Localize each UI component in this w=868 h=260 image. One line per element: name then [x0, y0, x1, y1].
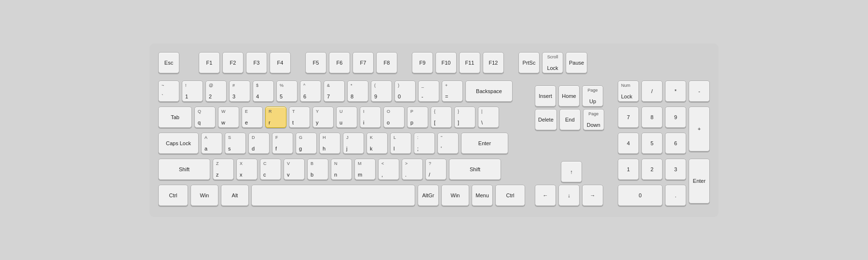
key-k[interactable]: K k — [366, 133, 388, 154]
key-f5[interactable]: F5 — [305, 52, 326, 73]
key-j[interactable]: J j — [343, 133, 364, 154]
key-end[interactable]: End — [559, 109, 581, 130]
key-p[interactable]: P p — [407, 107, 428, 128]
key-scrolllock[interactable]: Scroll Lock — [542, 52, 563, 73]
key-o[interactable]: O o — [383, 107, 405, 128]
key-r[interactable]: R r — [265, 107, 286, 128]
key-num-plus[interactable]: + — [689, 107, 710, 151]
key-num-minus[interactable]: - — [689, 81, 710, 102]
key-rbracket[interactable]: } ] — [454, 107, 475, 128]
key-8[interactable]: * 8 — [347, 81, 368, 102]
key-backspace[interactable]: Backspace — [465, 81, 513, 102]
key-num2[interactable]: 2 — [641, 159, 663, 180]
key-ctrl-right[interactable]: Ctrl — [495, 185, 525, 206]
key-f6[interactable]: F6 — [329, 52, 350, 73]
key-shift-left[interactable]: Shift — [158, 159, 210, 180]
key-f1[interactable]: F1 — [199, 52, 220, 73]
key-f4[interactable]: F4 — [270, 52, 291, 73]
key-num-period[interactable]: . — [665, 185, 686, 206]
key-n[interactable]: N n — [331, 159, 352, 180]
key-num5[interactable]: 5 — [641, 133, 663, 154]
key-q[interactable]: Q q — [194, 107, 216, 128]
key-numlock[interactable]: Num Lock — [618, 81, 639, 102]
key-equals[interactable]: + = — [442, 81, 463, 102]
key-l[interactable]: L l — [390, 133, 411, 154]
key-num0[interactable]: 0 — [618, 185, 663, 206]
key-num-asterisk[interactable]: * — [665, 81, 686, 102]
key-esc[interactable]: Esc — [158, 52, 179, 73]
key-win-right[interactable]: Win — [441, 185, 469, 206]
key-4[interactable]: $ 4 — [253, 81, 274, 102]
key-enter[interactable]: Enter — [461, 133, 508, 154]
key-0[interactable]: ) 0 — [394, 81, 416, 102]
key-insert[interactable]: Insert — [535, 85, 556, 107]
key-num9[interactable]: 9 — [665, 107, 686, 128]
key-arrow-down[interactable]: ↓ — [558, 185, 580, 206]
key-period[interactable]: > . — [402, 159, 423, 180]
key-t[interactable]: T t — [289, 107, 310, 128]
key-menu[interactable]: Menu — [472, 185, 493, 206]
key-altgr[interactable]: AltGr — [418, 185, 439, 206]
key-d[interactable]: D d — [248, 133, 270, 154]
key-shift-right[interactable]: Shift — [449, 159, 501, 180]
key-f[interactable]: F f — [272, 133, 293, 154]
key-quote[interactable]: " ' — [437, 133, 459, 154]
key-capslock[interactable]: Caps Lock — [158, 133, 199, 154]
key-arrow-left[interactable]: ← — [535, 185, 556, 206]
key-y[interactable]: Y y — [312, 107, 334, 128]
key-home[interactable]: Home — [558, 85, 580, 107]
key-f9[interactable]: F9 — [412, 52, 433, 73]
key-numenter[interactable]: Enter — [689, 159, 710, 204]
key-9[interactable]: ( 9 — [371, 81, 392, 102]
key-tilde[interactable]: ~ ` — [158, 81, 179, 102]
key-g[interactable]: G g — [296, 133, 317, 154]
key-1[interactable]: ! 1 — [182, 81, 203, 102]
key-f2[interactable]: F2 — [222, 52, 244, 73]
key-3[interactable]: # 3 — [229, 81, 250, 102]
key-z[interactable]: Z z — [213, 159, 234, 180]
key-slash[interactable]: ? / — [425, 159, 447, 180]
key-num1[interactable]: 1 — [618, 159, 639, 180]
key-prtsc[interactable]: PrtSc — [518, 52, 540, 73]
key-num8[interactable]: 8 — [641, 107, 663, 128]
key-tab[interactable]: Tab — [158, 107, 192, 128]
key-x[interactable]: X x — [236, 159, 258, 180]
key-h[interactable]: H h — [319, 133, 340, 154]
key-a[interactable]: A a — [201, 133, 222, 154]
key-m[interactable]: M m — [354, 159, 376, 180]
key-2[interactable]: @ 2 — [205, 81, 227, 102]
key-b[interactable]: B b — [307, 159, 328, 180]
key-num-slash[interactable]: / — [641, 81, 663, 102]
key-f11[interactable]: F11 — [459, 52, 480, 73]
key-semicolon[interactable]: : ; — [414, 133, 435, 154]
key-win-left[interactable]: Win — [190, 185, 218, 206]
key-w[interactable]: W w — [218, 107, 239, 128]
key-e[interactable]: E e — [242, 107, 263, 128]
key-num4[interactable]: 4 — [618, 133, 639, 154]
key-num7[interactable]: 7 — [618, 107, 639, 128]
key-f12[interactable]: F12 — [483, 52, 504, 73]
key-v[interactable]: V v — [284, 159, 305, 180]
key-pause[interactable]: Pause — [566, 52, 587, 73]
key-f3[interactable]: F3 — [246, 52, 267, 73]
key-pageup[interactable]: Page Up — [582, 85, 603, 107]
key-u[interactable]: U u — [336, 107, 357, 128]
key-c[interactable]: C c — [260, 159, 281, 180]
key-comma[interactable]: < , — [378, 159, 399, 180]
key-arrow-right[interactable]: → — [582, 185, 603, 206]
key-alt-left[interactable]: Alt — [221, 185, 249, 206]
key-arrow-up[interactable]: ↑ — [561, 161, 582, 182]
key-space[interactable] — [251, 185, 415, 206]
key-num6[interactable]: 6 — [665, 133, 686, 154]
key-f10[interactable]: F10 — [435, 52, 457, 73]
key-pagedown[interactable]: Page Down — [583, 109, 604, 130]
key-backslash[interactable]: | \ — [478, 107, 499, 128]
key-f7[interactable]: F7 — [353, 52, 374, 73]
key-5[interactable]: % 5 — [276, 81, 298, 102]
key-lbracket[interactable]: { [ — [431, 107, 452, 128]
key-ctrl-left[interactable]: Ctrl — [158, 185, 188, 206]
key-i[interactable]: I i — [360, 107, 381, 128]
key-delete[interactable]: Delete — [535, 109, 557, 130]
key-num3[interactable]: 3 — [665, 159, 686, 180]
key-6[interactable]: ^ 6 — [300, 81, 321, 102]
